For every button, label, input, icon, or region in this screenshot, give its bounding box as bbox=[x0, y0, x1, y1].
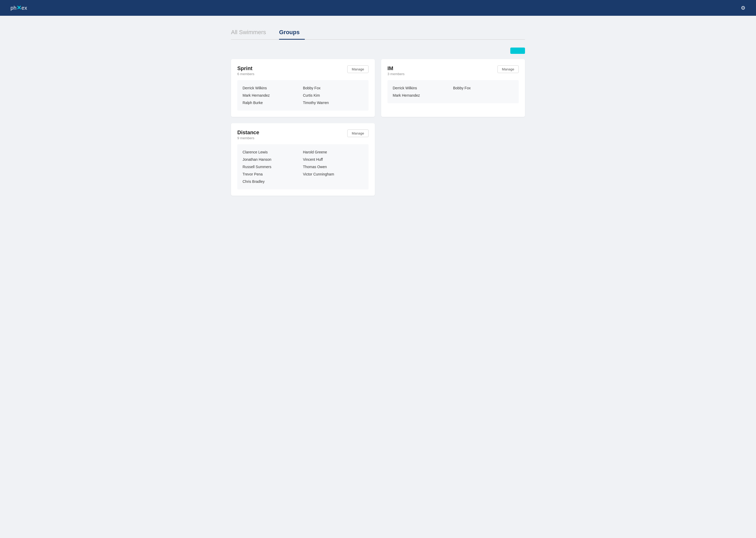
group-members-count-distance: 9 members bbox=[237, 136, 259, 140]
tabs-nav: All Swimmers Groups bbox=[231, 26, 525, 40]
list-item: Bobby Fox bbox=[303, 84, 363, 92]
group-name-im: IM bbox=[388, 65, 404, 72]
tab-groups[interactable]: Groups bbox=[279, 26, 305, 40]
list-item: Chris Bradley bbox=[243, 178, 303, 185]
manage-button-im[interactable]: Manage bbox=[497, 65, 519, 73]
list-item: Bobby Fox bbox=[453, 84, 513, 92]
list-item: Harold Greene bbox=[303, 148, 363, 156]
members-col-left-im: Derrick WilkinsMark Hernandez bbox=[393, 84, 453, 99]
list-item: Mark Hernandez bbox=[393, 92, 453, 99]
group-members-count-im: 3 members bbox=[388, 72, 404, 76]
members-col-right-distance: Harold GreeneVincent HuffThomas OwenVict… bbox=[303, 148, 363, 185]
groups-grid: Sprint6 membersManageDerrick WilkinsMark… bbox=[231, 59, 525, 196]
group-header-sprint: Sprint6 membersManage bbox=[237, 65, 368, 76]
phlex-logo-text: ph✕ex bbox=[11, 4, 27, 11]
members-columns-sprint: Derrick WilkinsMark HernandezRalph Burke… bbox=[243, 84, 363, 106]
members-columns-distance: Clarence LewisJonathan HansonRussell Sum… bbox=[243, 148, 363, 185]
add-group-button[interactable] bbox=[510, 48, 525, 54]
header-right: ⚙ bbox=[734, 5, 745, 11]
list-item: Curtis Kim bbox=[303, 92, 363, 99]
group-name-sprint: Sprint bbox=[237, 65, 254, 72]
members-list-sprint: Derrick WilkinsMark HernandezRalph Burke… bbox=[237, 80, 368, 111]
group-card-sprint: Sprint6 membersManageDerrick WilkinsMark… bbox=[231, 59, 375, 117]
group-members-count-sprint: 6 members bbox=[237, 72, 254, 76]
members-col-left-sprint: Derrick WilkinsMark HernandezRalph Burke bbox=[243, 84, 303, 106]
members-col-right-im: Bobby Fox bbox=[453, 84, 513, 99]
group-header-distance: Distance9 membersManage bbox=[237, 130, 368, 140]
gear-icon[interactable]: ⚙ bbox=[741, 5, 745, 11]
list-item: Victor Cunningham bbox=[303, 171, 363, 178]
header-left: ph✕ex bbox=[11, 4, 28, 11]
toolbar bbox=[231, 48, 525, 54]
list-item: Trevor Pena bbox=[243, 171, 303, 178]
members-list-im: Derrick WilkinsMark HernandezBobby Fox bbox=[388, 80, 519, 103]
logo: ph✕ex bbox=[11, 4, 28, 11]
list-item: Vincent Huff bbox=[303, 156, 363, 163]
manage-button-distance[interactable]: Manage bbox=[347, 130, 368, 137]
header: ph✕ex ⚙ bbox=[0, 0, 756, 16]
group-title-im: IM3 members bbox=[388, 65, 404, 76]
list-item: Russell Summers bbox=[243, 163, 303, 171]
group-card-im: IM3 membersManageDerrick WilkinsMark Her… bbox=[381, 59, 525, 117]
main-content: All Swimmers Groups Sprint6 membersManag… bbox=[220, 16, 536, 206]
list-item: Thomas Owen bbox=[303, 163, 363, 171]
list-item: Mark Hernandez bbox=[243, 92, 303, 99]
list-item: Derrick Wilkins bbox=[243, 84, 303, 92]
group-header-im: IM3 membersManage bbox=[388, 65, 519, 76]
list-item: Jonathan Hanson bbox=[243, 156, 303, 163]
list-item: Timothy Warren bbox=[303, 99, 363, 106]
group-title-sprint: Sprint6 members bbox=[237, 65, 254, 76]
manage-button-sprint[interactable]: Manage bbox=[347, 65, 368, 73]
group-name-distance: Distance bbox=[237, 130, 259, 135]
tab-all-swimmers[interactable]: All Swimmers bbox=[231, 26, 271, 40]
members-columns-im: Derrick WilkinsMark HernandezBobby Fox bbox=[393, 84, 513, 99]
group-card-distance: Distance9 membersManageClarence LewisJon… bbox=[231, 123, 375, 196]
list-item: Clarence Lewis bbox=[243, 148, 303, 156]
members-list-distance: Clarence LewisJonathan HansonRussell Sum… bbox=[237, 144, 368, 189]
members-col-left-distance: Clarence LewisJonathan HansonRussell Sum… bbox=[243, 148, 303, 185]
members-col-right-sprint: Bobby FoxCurtis KimTimothy Warren bbox=[303, 84, 363, 106]
list-item: Ralph Burke bbox=[243, 99, 303, 106]
group-title-distance: Distance9 members bbox=[237, 130, 259, 140]
list-item: Derrick Wilkins bbox=[393, 84, 453, 92]
